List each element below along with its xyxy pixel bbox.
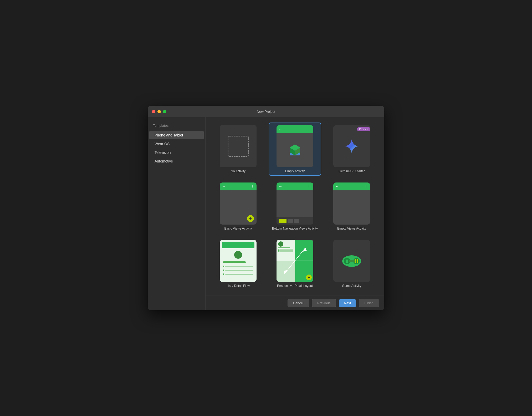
main-area: No Activity ← ⋮ [206, 117, 384, 310]
gemini-preview: Preview [333, 125, 370, 167]
back-arrow-icon: ← [335, 184, 339, 189]
list-detail-preview: ⋮ [220, 240, 257, 282]
titlebar: New Project [148, 106, 384, 117]
bottom-nav-preview: ← ⋮ [277, 182, 313, 225]
empty-views-label: Empty Views Activity [337, 227, 366, 230]
bottom-nav-label: Bottom Navigation Views Activity [272, 227, 318, 230]
basic-views-label: Basic Views Activity [224, 227, 252, 230]
template-bottom-nav[interactable]: ← ⋮ Bottom Navigation Views Activity [269, 180, 321, 233]
responsive-label: Responsive Detail Layout [277, 284, 313, 288]
next-button[interactable]: Next [339, 299, 356, 307]
more-icon: ⋮ [251, 185, 254, 188]
template-empty-activity[interactable]: ← ⋮ [269, 123, 321, 176]
empty-activity-preview: ← ⋮ [277, 125, 313, 167]
phone-topbar: ← ⋮ [277, 125, 313, 133]
back-arrow-icon: ← [279, 184, 282, 189]
empty-views-preview: ← ⋮ [333, 182, 370, 225]
content-area: Templates Phone and Tablet Wear OS Telev… [148, 117, 384, 310]
template-gemini-api[interactable]: Preview [325, 123, 378, 176]
no-activity-label: No Activity [231, 169, 245, 173]
maximize-button[interactable] [163, 110, 166, 113]
svg-point-15 [355, 261, 356, 263]
traffic-lights [152, 110, 166, 113]
cancel-button[interactable]: Cancel [288, 299, 309, 307]
game-preview [333, 240, 370, 282]
empty-activity-label: Empty Activity [285, 169, 305, 173]
window-title: New Project [257, 110, 275, 114]
gamepad-svg-icon [341, 254, 362, 268]
preview-badge: Preview [357, 127, 370, 131]
template-empty-views[interactable]: ← ⋮ Empty Views Activity [325, 180, 378, 233]
sidebar-label: Templates [148, 121, 205, 131]
list-detail-label: List / Detail Flow [227, 284, 250, 288]
svg-point-16 [357, 261, 358, 263]
gemini-api-label: Gemini API Starter [339, 169, 365, 173]
template-no-activity[interactable]: No Activity [212, 123, 264, 176]
sidebar: Templates Phone and Tablet Wear OS Telev… [148, 117, 206, 310]
sidebar-item-wear-os[interactable]: Wear OS [149, 140, 204, 148]
more-icon: ⋮ [364, 185, 368, 188]
template-responsive[interactable]: + Responsive Detail Layout [269, 237, 321, 290]
template-list-detail[interactable]: ⋮ List / Detail Flow [212, 237, 264, 290]
svg-point-14 [357, 259, 358, 261]
bottom-nav-bar [277, 217, 313, 225]
dialog-footer: Cancel Previous Next Finish [206, 296, 384, 310]
svg-rect-17 [349, 260, 355, 262]
template-basic-views[interactable]: ← ⋮ + Basic Views Activity [212, 180, 264, 233]
sidebar-item-automotive[interactable]: Automotive [149, 157, 204, 165]
previous-button[interactable]: Previous [312, 299, 336, 307]
more-options-icon: ⋮ [308, 127, 311, 131]
responsive-preview: + [277, 240, 313, 282]
close-button[interactable] [152, 110, 155, 113]
basic-views-preview: ← ⋮ + [220, 182, 257, 225]
sidebar-item-phone-tablet[interactable]: Phone and Tablet [149, 131, 204, 139]
back-arrow-icon: ← [222, 184, 226, 189]
fab-plus-icon: + [247, 215, 254, 222]
fab-plus-icon: + [306, 275, 312, 280]
android-cube-icon [287, 142, 303, 158]
svg-rect-12 [346, 260, 348, 263]
minimize-button[interactable] [157, 110, 161, 113]
back-arrow-icon: ← [279, 127, 282, 131]
gemini-star-icon [344, 138, 360, 154]
template-game-activity[interactable]: Game Activity [325, 237, 378, 290]
dashed-box-icon [228, 136, 249, 157]
sidebar-item-television[interactable]: Television [149, 148, 204, 157]
more-icon: ⋮ [308, 185, 311, 188]
templates-grid: No Activity ← ⋮ [206, 117, 384, 296]
finish-button[interactable]: Finish [359, 299, 379, 307]
svg-point-13 [355, 259, 356, 261]
new-project-window: New Project Templates Phone and Tablet W… [148, 106, 384, 310]
game-activity-label: Game Activity [342, 284, 361, 288]
no-activity-preview [220, 125, 257, 167]
